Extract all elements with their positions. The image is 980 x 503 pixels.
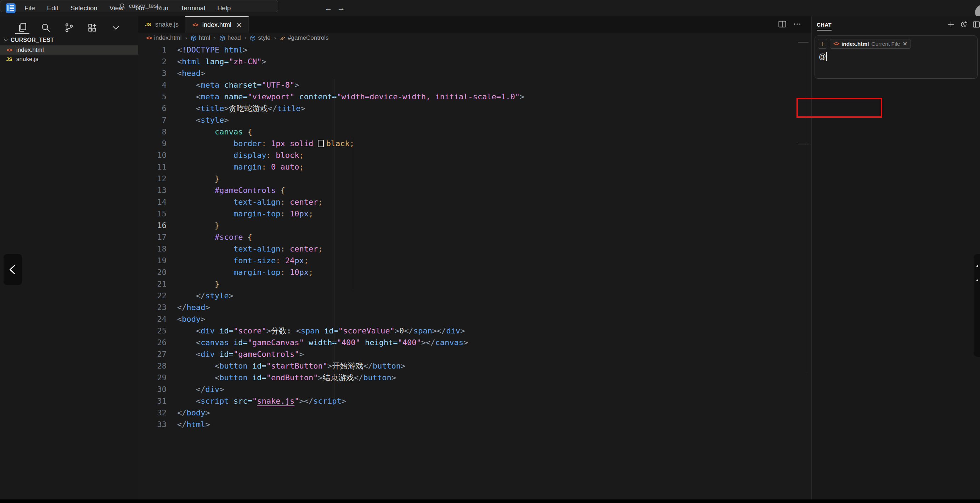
line-number: 5 [138,91,167,102]
code-line-5: 5 <meta name="viewport" content="width=d… [138,91,811,102]
collapsed-right-handle[interactable] [974,254,980,357]
file-list: <>index.html JSsnake.js [0,45,138,64]
js-icon: JS [6,56,13,63]
breadcrumb-item-html[interactable]: html [191,34,210,42]
close-icon[interactable]: ✕ [236,21,242,29]
line-number: 25 [138,325,167,337]
explorer-folder-header[interactable]: CURSOR_TEST [0,35,138,45]
editor-group: JSsnake.js <>index.html ✕ <> index.html›… [138,16,811,500]
line-number: 18 [138,243,167,255]
menu-file[interactable]: File [20,3,40,13]
breadcrumb-separator: › [273,34,277,42]
tab-index.html[interactable]: <>index.html ✕ [185,16,249,33]
app-logo-icon [6,3,16,13]
forward-arrow-icon[interactable]: → [337,3,345,13]
collapse-left-button[interactable] [3,254,22,285]
file-name: index.html [16,46,44,54]
breadcrumb-label: html [199,34,210,42]
menu-help[interactable]: Help [213,3,235,13]
html-icon: <> [6,46,13,54]
line-number: 29 [138,372,167,383]
breadcrumb-separator: › [184,34,188,42]
plus-icon [820,41,826,47]
code-line-27: 27 <div id="gameControls"> [138,348,811,360]
code-line-4: 4 <meta charset="UTF-8"> [138,79,811,91]
panel-partial-icon[interactable] [972,21,980,29]
editor-tab-bar: JSsnake.js <>index.html ✕ [138,16,811,33]
chat-input-value: @ [819,53,826,61]
more-actions-icon[interactable] [793,20,802,29]
history-icon[interactable] [960,21,967,29]
editor-tab-actions [778,20,802,29]
color-swatch[interactable] [318,140,324,147]
line-number: 24 [138,313,167,325]
extensions-icon[interactable] [85,22,100,34]
breadcrumb: <> index.html› html› head› style› #gameC… [138,33,811,43]
chat-header: CHAT [812,16,980,33]
file-row-snake.js[interactable]: JSsnake.js [0,54,138,64]
menu-edit[interactable]: Edit [43,3,63,13]
nav-history: ← → [325,0,345,16]
back-arrow-icon[interactable]: ← [325,3,332,13]
line-number: 30 [138,383,167,395]
explorer-icon[interactable] [15,22,29,34]
tab-snake.js[interactable]: JSsnake.js [138,16,185,33]
code-line-9: 9 border: 1px solid black; [138,137,811,149]
line-number: 19 [138,255,167,267]
line-number: 7 [138,114,167,126]
line-number: 8 [138,126,167,137]
annotation-highlight-box [797,98,882,118]
line-number: 9 [138,137,167,149]
source-control-icon[interactable] [62,22,76,34]
chat-input-box[interactable]: <> index.html Current File ✕ @ [815,35,977,79]
file-name: snake.js [16,56,38,63]
menu-selection[interactable]: Selection [66,3,102,13]
code-line-1: 1 <!DOCTYPE html> [138,44,811,56]
html-icon: <> [192,21,199,29]
file-row-index.html[interactable]: <>index.html [0,45,138,54]
close-icon[interactable]: ✕ [902,40,907,47]
code-line-25: 25 <div id="score">分数: <span id="scoreVa… [138,325,811,337]
context-chip[interactable]: <> index.html Current File ✕ [830,39,911,49]
breadcrumb-item-head[interactable]: head [219,34,241,42]
code-line-32: 32 </body> [138,407,811,418]
breadcrumb-separator: › [244,34,247,42]
chat-input-text[interactable]: @ [819,52,827,61]
code-line-13: 13 #gameControls { [138,184,811,196]
menu-terminal[interactable]: Terminal [176,3,210,13]
line-number: 4 [138,79,167,91]
menu-view[interactable]: View [105,3,128,13]
breadcrumb-item-style[interactable]: style [250,34,270,42]
line-number: 21 [138,278,167,290]
menu-run[interactable]: Run [152,3,173,13]
line-number: 10 [138,149,167,161]
context-chip-note: Current File [872,41,900,47]
indent-guide [334,79,334,407]
code-line-19: 19 font-size: 24px; [138,255,811,267]
code-line-21: 21 } [138,278,811,290]
menu-go[interactable]: Go [131,3,149,13]
code-line-20: 20 margin-top: 10px; [138,267,811,278]
code-line-28: 28 <button id="startButton">开始游戏</button… [138,360,811,372]
add-context-button[interactable] [818,39,827,49]
code-line-15: 15 margin-top: 10px; [138,208,811,220]
split-editor-icon[interactable] [778,20,787,29]
menu-bar: FileEditSelectionViewGoRunTerminalHelp [20,0,235,16]
breadcrumb-item-index.html[interactable]: <> index.html [146,34,181,42]
code-line-17: 17 #score { [138,231,811,243]
code-line-16: 16 } [138,220,811,231]
scrollbar-track[interactable] [805,43,805,372]
code-editor[interactable]: 1 <!DOCTYPE html> 2 <html lang="zh-CN"> … [138,44,811,449]
chevron-down-icon [3,37,8,43]
new-chat-plus-icon[interactable] [947,21,955,29]
code-line-7: 7 <style> [138,114,811,126]
tab-label: index.html [202,21,231,29]
line-number: 28 [138,360,167,372]
line-number: 11 [138,161,167,173]
chevron-down-icon[interactable] [109,22,123,34]
search-icon[interactable] [39,22,53,34]
breadcrumb-item-gameControls[interactable]: #gameControls [280,34,328,42]
code-line-30: 30 </div> [138,383,811,395]
tab-chat[interactable]: CHAT [817,19,832,30]
js-icon: JS [145,21,152,28]
